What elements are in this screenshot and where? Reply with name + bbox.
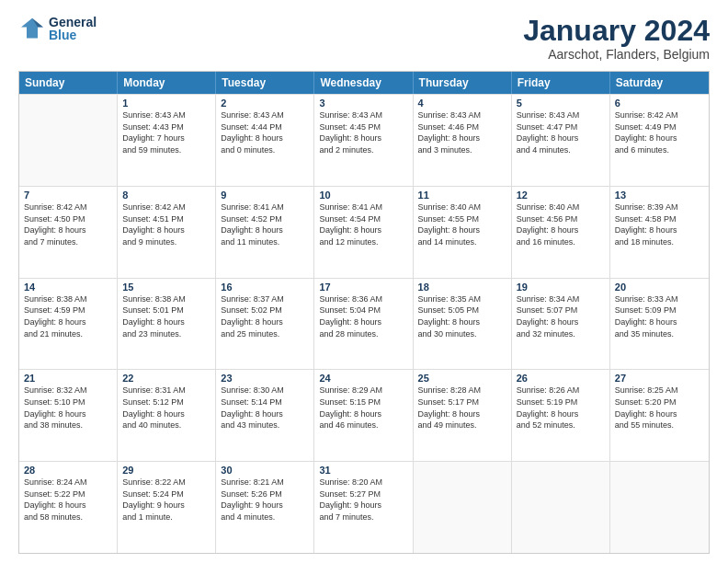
day-number: 2 <box>221 98 309 109</box>
day-number: 1 <box>122 98 210 109</box>
calendar-cell: 26Sunrise: 8:26 AM Sunset: 5:19 PM Dayli… <box>512 370 610 461</box>
calendar-cell: 31Sunrise: 8:20 AM Sunset: 5:27 PM Dayli… <box>314 462 413 553</box>
day-info: Sunrise: 8:24 AM Sunset: 5:22 PM Dayligh… <box>24 477 112 523</box>
calendar-cell: 22Sunrise: 8:31 AM Sunset: 5:12 PM Dayli… <box>118 370 216 461</box>
day-number: 4 <box>418 98 506 109</box>
day-info: Sunrise: 8:42 AM Sunset: 4:50 PM Dayligh… <box>24 201 112 247</box>
calendar-week-4: 21Sunrise: 8:32 AM Sunset: 5:10 PM Dayli… <box>19 369 709 461</box>
calendar-cell <box>512 462 610 553</box>
day-info: Sunrise: 8:21 AM Sunset: 5:26 PM Dayligh… <box>221 477 309 523</box>
calendar-cell: 15Sunrise: 8:38 AM Sunset: 5:01 PM Dayli… <box>118 279 216 370</box>
day-number: 3 <box>319 98 407 109</box>
day-number: 27 <box>615 373 704 384</box>
day-info: Sunrise: 8:34 AM Sunset: 5:07 PM Dayligh… <box>517 293 605 339</box>
calendar-cell: 9Sunrise: 8:41 AM Sunset: 4:52 PM Daylig… <box>216 187 314 278</box>
calendar-cell: 12Sunrise: 8:40 AM Sunset: 4:56 PM Dayli… <box>512 187 610 278</box>
calendar-cell <box>610 462 709 553</box>
day-info: Sunrise: 8:31 AM Sunset: 5:12 PM Dayligh… <box>122 385 210 431</box>
calendar-cell: 19Sunrise: 8:34 AM Sunset: 5:07 PM Dayli… <box>512 279 610 370</box>
header-cell-monday: Monday <box>118 72 216 94</box>
header-cell-wednesday: Wednesday <box>314 72 413 94</box>
header-cell-saturday: Saturday <box>610 72 709 94</box>
day-info: Sunrise: 8:25 AM Sunset: 5:20 PM Dayligh… <box>615 385 704 431</box>
calendar-cell: 11Sunrise: 8:40 AM Sunset: 4:55 PM Dayli… <box>414 187 512 278</box>
day-info: Sunrise: 8:43 AM Sunset: 4:43 PM Dayligh… <box>122 109 210 155</box>
day-info: Sunrise: 8:28 AM Sunset: 5:17 PM Dayligh… <box>418 385 506 431</box>
day-number: 9 <box>221 190 309 201</box>
day-number: 10 <box>319 190 407 201</box>
calendar-cell: 16Sunrise: 8:37 AM Sunset: 5:02 PM Dayli… <box>216 279 314 370</box>
calendar-week-2: 7Sunrise: 8:42 AM Sunset: 4:50 PM Daylig… <box>19 186 709 278</box>
calendar-cell: 25Sunrise: 8:28 AM Sunset: 5:17 PM Dayli… <box>414 370 512 461</box>
day-number: 22 <box>122 373 210 384</box>
day-number: 28 <box>24 465 112 476</box>
day-number: 5 <box>517 98 605 109</box>
day-number: 12 <box>517 190 605 201</box>
day-number: 29 <box>122 465 210 476</box>
calendar-cell: 17Sunrise: 8:36 AM Sunset: 5:04 PM Dayli… <box>314 279 413 370</box>
day-info: Sunrise: 8:22 AM Sunset: 5:24 PM Dayligh… <box>122 477 210 523</box>
day-number: 8 <box>122 190 210 201</box>
day-info: Sunrise: 8:33 AM Sunset: 5:09 PM Dayligh… <box>615 293 704 339</box>
calendar-cell: 7Sunrise: 8:42 AM Sunset: 4:50 PM Daylig… <box>19 187 118 278</box>
day-number: 15 <box>122 282 210 293</box>
day-number: 18 <box>418 282 506 293</box>
day-info: Sunrise: 8:40 AM Sunset: 4:56 PM Dayligh… <box>517 201 605 247</box>
logo-icon <box>18 15 46 42</box>
calendar-title: January 2024 <box>523 15 710 47</box>
day-number: 17 <box>319 282 407 293</box>
day-info: Sunrise: 8:26 AM Sunset: 5:19 PM Dayligh… <box>517 385 605 431</box>
calendar-cell: 30Sunrise: 8:21 AM Sunset: 5:26 PM Dayli… <box>216 462 314 553</box>
day-info: Sunrise: 8:43 AM Sunset: 4:46 PM Dayligh… <box>418 109 506 155</box>
day-number: 25 <box>418 373 506 384</box>
calendar-cell: 24Sunrise: 8:29 AM Sunset: 5:15 PM Dayli… <box>314 370 413 461</box>
calendar-cell <box>19 95 118 186</box>
calendar-cell: 28Sunrise: 8:24 AM Sunset: 5:22 PM Dayli… <box>19 462 118 553</box>
day-info: Sunrise: 8:40 AM Sunset: 4:55 PM Dayligh… <box>418 201 506 247</box>
calendar-cell: 3Sunrise: 8:43 AM Sunset: 4:45 PM Daylig… <box>314 95 413 186</box>
calendar-cell: 27Sunrise: 8:25 AM Sunset: 5:20 PM Dayli… <box>610 370 709 461</box>
day-info: Sunrise: 8:39 AM Sunset: 4:58 PM Dayligh… <box>615 201 704 247</box>
calendar-cell: 4Sunrise: 8:43 AM Sunset: 4:46 PM Daylig… <box>414 95 512 186</box>
calendar-cell: 29Sunrise: 8:22 AM Sunset: 5:24 PM Dayli… <box>118 462 216 553</box>
day-info: Sunrise: 8:43 AM Sunset: 4:44 PM Dayligh… <box>221 109 309 155</box>
calendar-week-1: 1Sunrise: 8:43 AM Sunset: 4:43 PM Daylig… <box>19 94 709 186</box>
header-cell-tuesday: Tuesday <box>216 72 314 94</box>
day-info: Sunrise: 8:32 AM Sunset: 5:10 PM Dayligh… <box>24 385 112 431</box>
day-number: 23 <box>221 373 309 384</box>
header: General Blue January 2024 Aarschot, Flan… <box>18 15 710 62</box>
day-number: 24 <box>319 373 407 384</box>
header-cell-thursday: Thursday <box>414 72 512 94</box>
day-number: 7 <box>24 190 112 201</box>
day-info: Sunrise: 8:20 AM Sunset: 5:27 PM Dayligh… <box>319 477 407 523</box>
day-number: 11 <box>418 190 506 201</box>
page: General Blue January 2024 Aarschot, Flan… <box>0 0 728 563</box>
day-info: Sunrise: 8:37 AM Sunset: 5:02 PM Dayligh… <box>221 293 309 339</box>
calendar-cell: 21Sunrise: 8:32 AM Sunset: 5:10 PM Dayli… <box>19 370 118 461</box>
calendar-cell: 6Sunrise: 8:42 AM Sunset: 4:49 PM Daylig… <box>610 95 709 186</box>
logo-blue-text: Blue <box>49 29 97 41</box>
calendar-body: 1Sunrise: 8:43 AM Sunset: 4:43 PM Daylig… <box>19 94 709 553</box>
day-info: Sunrise: 8:42 AM Sunset: 4:49 PM Dayligh… <box>615 109 704 155</box>
title-block: January 2024 Aarschot, Flanders, Belgium <box>523 15 710 62</box>
calendar-cell: 13Sunrise: 8:39 AM Sunset: 4:58 PM Dayli… <box>610 187 709 278</box>
calendar-cell: 18Sunrise: 8:35 AM Sunset: 5:05 PM Dayli… <box>414 279 512 370</box>
day-number: 21 <box>24 373 112 384</box>
day-number: 14 <box>24 282 112 293</box>
day-info: Sunrise: 8:41 AM Sunset: 4:52 PM Dayligh… <box>221 201 309 247</box>
header-cell-sunday: Sunday <box>19 72 118 94</box>
logo-name: General Blue <box>49 16 97 41</box>
day-number: 20 <box>615 282 704 293</box>
day-info: Sunrise: 8:38 AM Sunset: 4:59 PM Dayligh… <box>24 293 112 339</box>
day-info: Sunrise: 8:43 AM Sunset: 4:47 PM Dayligh… <box>517 109 605 155</box>
calendar: SundayMondayTuesdayWednesdayThursdayFrid… <box>18 71 710 554</box>
day-number: 26 <box>517 373 605 384</box>
day-number: 30 <box>221 465 309 476</box>
day-info: Sunrise: 8:41 AM Sunset: 4:54 PM Dayligh… <box>319 201 407 247</box>
header-cell-friday: Friday <box>512 72 610 94</box>
calendar-header-row: SundayMondayTuesdayWednesdayThursdayFrid… <box>19 72 709 94</box>
day-number: 31 <box>319 465 407 476</box>
calendar-cell: 10Sunrise: 8:41 AM Sunset: 4:54 PM Dayli… <box>314 187 413 278</box>
logo-general-text: General <box>49 16 97 29</box>
day-info: Sunrise: 8:38 AM Sunset: 5:01 PM Dayligh… <box>122 293 210 339</box>
